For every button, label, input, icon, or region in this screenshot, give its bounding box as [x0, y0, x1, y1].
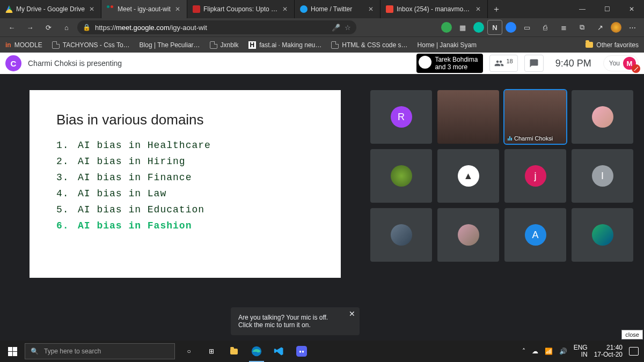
participant-tile[interactable]: ▲ — [437, 149, 499, 203]
participant-tile[interactable]: j — [504, 149, 566, 203]
moodle-icon: in — [5, 41, 11, 49]
onedrive-icon[interactable]: ☁ — [532, 348, 538, 355]
refresh-button[interactable]: ⟳ — [41, 20, 56, 35]
tab-gmail[interactable]: Inbox (254) - manavmodi0004 ✕ — [380, 0, 488, 18]
close-chip[interactable]: close — [621, 330, 643, 339]
taskbar-search[interactable]: 🔍 Type here to search — [25, 343, 175, 359]
tray-chevron-icon[interactable]: ˄ — [522, 348, 525, 355]
vscode-button[interactable] — [268, 341, 290, 362]
bookmark-item[interactable]: TACHYONS - Css To… — [52, 41, 130, 49]
people-icon — [494, 58, 504, 68]
share-icon[interactable]: ↗ — [592, 20, 608, 35]
toast-text: Are you talking? Your mic is off. Click … — [238, 314, 328, 329]
forward-button[interactable]: → — [23, 20, 38, 35]
collections-icon[interactable]: ⧉ — [574, 20, 589, 35]
participant-tile[interactable] — [572, 208, 633, 262]
participant-avatar: ▲ — [458, 165, 479, 187]
self-pill[interactable]: You M — [603, 55, 639, 71]
close-icon[interactable]: ✕ — [349, 309, 355, 318]
notif-avatar — [419, 56, 431, 69]
bookmark-item[interactable]: Jxnblk — [210, 41, 239, 49]
participant-avatar — [458, 224, 479, 246]
mic-off-toast: Are you talking? Your mic is off. Click … — [231, 307, 360, 335]
cortana-button[interactable]: ○ — [178, 341, 200, 362]
minimize-button[interactable]: ― — [570, 0, 595, 18]
tab-drive[interactable]: My Drive - Google Drive ✕ — [0, 0, 101, 18]
menu-icon[interactable]: ⋯ — [625, 20, 640, 35]
people-button[interactable]: 18 — [489, 55, 517, 72]
tab-title: My Drive - Google Drive — [16, 5, 85, 13]
participant-tile-speaking[interactable]: Charmi Choksi — [504, 90, 566, 144]
tab-twitter[interactable]: Home / Twitter ✕ — [295, 0, 380, 18]
maximize-button[interactable]: ☐ — [595, 0, 619, 18]
participants-grid: R Charmi Choksi ▲ j I A — [370, 90, 633, 335]
ext-icon[interactable]: ▦ — [455, 20, 470, 35]
bookmark-item[interactable]: inMOODLE — [5, 41, 42, 49]
discord-icon — [296, 346, 307, 357]
ext-icon[interactable] — [441, 22, 452, 33]
tab-meet[interactable]: Meet - igy-aout-wit ✕ — [101, 0, 187, 18]
grammarly-icon[interactable] — [473, 22, 484, 33]
notifications-icon[interactable] — [629, 347, 639, 356]
wifi-icon[interactable]: 📶 — [545, 348, 553, 355]
back-button[interactable]: ← — [4, 20, 19, 35]
notion-icon[interactable]: N — [487, 20, 502, 35]
slide-item: AI bias in Hiring — [56, 156, 319, 167]
participant-tile[interactable]: R — [370, 90, 432, 144]
home-button[interactable]: ⌂ — [59, 20, 74, 35]
language-indicator[interactable]: ENG IN — [574, 344, 588, 358]
favorites-list-icon[interactable]: ≣ — [556, 20, 571, 35]
participant-avatar: j — [525, 165, 546, 187]
tab-flipkart[interactable]: Flipkart Coupons: Upto 90% O ✕ — [187, 0, 295, 18]
slide-item-highlighted: AI bias in Fashion — [56, 220, 319, 231]
participant-name: Charmi Choksi — [508, 135, 553, 142]
chat-button[interactable] — [524, 55, 544, 72]
favorite-icon[interactable]: ☆ — [345, 24, 351, 32]
bookmark-item[interactable]: HTML & CSS code s… — [331, 41, 407, 49]
clock[interactable]: 21:40 17-Oct-20 — [594, 344, 623, 358]
notif-sub: and 3 more — [435, 63, 478, 71]
edge-button[interactable] — [246, 341, 267, 362]
close-icon[interactable]: ✕ — [174, 5, 181, 13]
explorer-button[interactable] — [223, 341, 245, 362]
participant-tile[interactable]: A — [504, 208, 566, 262]
participant-tile[interactable] — [437, 208, 499, 262]
close-icon[interactable]: ✕ — [281, 5, 289, 13]
discord-button[interactable] — [291, 341, 312, 362]
windows-icon — [8, 347, 17, 356]
ext-icon[interactable]: ▭ — [519, 20, 535, 35]
fastai-icon: H — [248, 41, 257, 49]
svg-point-3 — [302, 351, 304, 353]
participant-tile[interactable]: I — [572, 149, 633, 203]
participant-tile-video[interactable] — [437, 90, 499, 144]
gmail-icon — [386, 5, 393, 13]
close-icon[interactable]: ✕ — [474, 5, 482, 13]
participant-tile[interactable] — [572, 90, 633, 144]
close-window-button[interactable]: ✕ — [619, 0, 644, 18]
folder-icon — [586, 42, 593, 48]
url-input[interactable]: 🔒 https://meet.google.com/igy-aout-wit 🎤… — [77, 20, 356, 34]
vscode-icon — [274, 346, 284, 357]
participant-tile[interactable] — [370, 149, 432, 203]
close-icon[interactable]: ✕ — [367, 5, 375, 13]
other-favorites[interactable]: Other favorites — [586, 41, 639, 49]
svg-point-2 — [299, 351, 301, 353]
mic-input-icon[interactable]: 🎤 — [332, 24, 340, 32]
new-tab-button[interactable]: ＋ — [488, 0, 505, 18]
close-icon[interactable]: ✕ — [88, 5, 96, 13]
bookmark-item[interactable]: Home | Janaki Syam — [418, 41, 477, 49]
ext-icon[interactable] — [506, 22, 516, 33]
cast-icon[interactable]: ⎙ — [538, 20, 553, 35]
bookmark-item[interactable]: Hfast.ai · Making neu… — [248, 41, 322, 49]
volume-icon[interactable]: 🔊 — [559, 348, 567, 355]
slide-item: AI bias in Education — [56, 204, 319, 215]
profile-avatar[interactable] — [611, 22, 621, 33]
participant-tile[interactable] — [370, 208, 432, 262]
meet-body: Bias in various domains AI bias in Healt… — [0, 74, 644, 341]
join-notification[interactable]: Tarek Bohdima and 3 more — [416, 54, 483, 73]
task-view-button[interactable]: ⊞ — [201, 341, 222, 362]
bookmark-item[interactable]: Blog | The Peculiar… — [140, 41, 200, 49]
start-button[interactable] — [0, 341, 25, 362]
notif-name: Tarek Bohdima — [435, 56, 478, 63]
folder-icon — [230, 349, 238, 354]
